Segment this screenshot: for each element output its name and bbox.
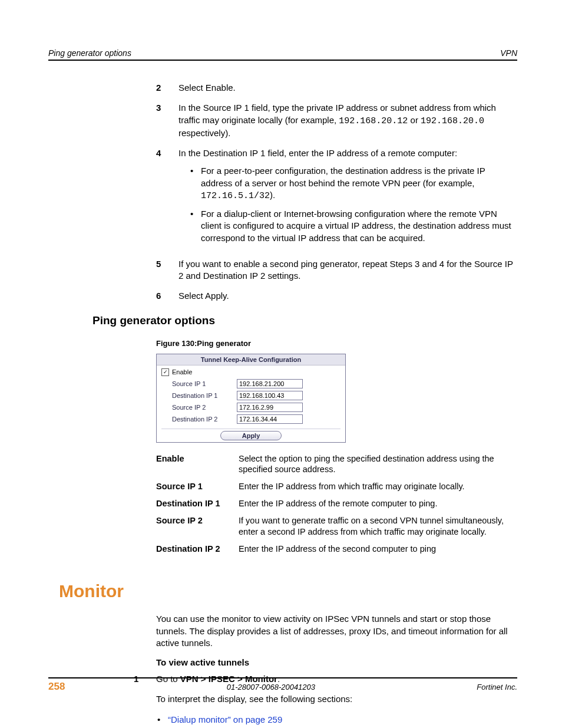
header-left: Ping generator options: [48, 48, 131, 58]
bullet-item: • For a dialup-client or Internet-browsi…: [190, 208, 517, 244]
section-heading: Ping generator options: [92, 314, 517, 327]
step-text: Select Apply.: [178, 290, 517, 302]
field-label: Destination IP 2: [172, 416, 237, 423]
monitor-block: You can use the monitor to view activity…: [156, 613, 517, 667]
text-fragment: or: [408, 115, 421, 125]
footer-doc-id: 01-28007-0068-20041203: [227, 683, 315, 691]
tunnel-config-panel: Tunnel Keep-Alive Configuration ✓ Enable…: [156, 354, 346, 443]
text-fragment: For a peer-to-peer configuration, the de…: [201, 166, 485, 187]
step-number: 3: [156, 102, 178, 139]
bullet-item: • “Dialup monitor” on page 259: [157, 714, 517, 726]
bullet-list: • For a peer-to-peer configuration, the …: [190, 165, 517, 244]
def-term: Destination IP 2: [156, 543, 239, 555]
page-number: 258: [48, 681, 65, 693]
def-row: Source IP 2 If you want to generate traf…: [156, 515, 517, 538]
def-row: Destination IP 1 Enter the IP address of…: [156, 498, 517, 509]
field-label: Source IP 2: [172, 404, 237, 411]
running-header: Ping generator options VPN: [48, 48, 517, 61]
source-ip-1-row: Source IP 1: [161, 378, 340, 390]
step-5: 5 If you want to enable a second ping ge…: [156, 258, 517, 282]
apply-button[interactable]: Apply: [220, 431, 282, 440]
figure-block: Figure 130:Ping generator Tunnel Keep-Al…: [156, 339, 517, 555]
def-term: Enable: [156, 453, 239, 476]
to-view-subhead: To view active tunnels: [156, 657, 517, 667]
step-text: In the Destination IP 1 field, enter the…: [178, 147, 517, 250]
panel-body: ✓ Enable Source IP 1 Destination IP 1 So…: [157, 365, 345, 442]
bullet-dot: •: [157, 714, 168, 726]
step-4: 4 In the Destination IP 1 field, enter t…: [156, 147, 517, 250]
code-inline: 172.16.5.1/32: [201, 191, 270, 201]
source-ip-1-input[interactable]: [237, 379, 303, 388]
bullet-dot: •: [190, 165, 201, 202]
def-row: Source IP 1 Enter the IP address from wh…: [156, 481, 517, 492]
step-text: In the Source IP 1 field, type the priva…: [178, 102, 517, 139]
enable-checkbox[interactable]: ✓: [161, 368, 169, 376]
bullet-text: For a dialup-client or Internet-browsing…: [201, 208, 517, 244]
header-right: VPN: [500, 48, 517, 58]
page: Ping generator options VPN 2 Select Enab…: [0, 0, 562, 728]
destination-ip-1-input[interactable]: [237, 391, 303, 400]
def-desc: If you want to generate traffic on a sec…: [239, 515, 517, 538]
enable-row: ✓ Enable: [161, 368, 340, 376]
step-2: 2 Select Enable.: [156, 82, 517, 94]
destination-ip-2-row: Destination IP 2: [161, 413, 340, 425]
def-desc: Enter the IP address from which traffic …: [239, 481, 517, 492]
monitor-intro: You can use the monitor to view activity…: [156, 613, 517, 649]
panel-title: Tunnel Keep-Alive Configuration: [157, 354, 345, 365]
def-term: Destination IP 1: [156, 498, 239, 509]
text-fragment: ).: [270, 190, 275, 200]
field-label: Source IP 1: [172, 380, 237, 387]
figure-caption: Figure 130:Ping generator: [156, 339, 517, 348]
apply-row: Apply: [161, 429, 340, 442]
step-number: 2: [156, 82, 178, 94]
def-desc: Select the option to ping the specified …: [239, 453, 517, 476]
def-term: Source IP 1: [156, 481, 239, 492]
bullet-dot: •: [190, 208, 201, 244]
step-number: 6: [156, 290, 178, 302]
link-list: • “Dialup monitor” on page 259 • “Static…: [157, 714, 517, 728]
enable-label: Enable: [172, 368, 192, 375]
def-row: Destination IP 2 Enter the IP address of…: [156, 543, 517, 555]
step-text: If you want to enable a second ping gene…: [178, 258, 517, 282]
def-term: Source IP 2: [156, 515, 239, 538]
step-number: 4: [156, 147, 178, 250]
code-inline: 192.168.20.0: [421, 116, 484, 126]
def-desc: Enter the IP address of the second compu…: [239, 543, 517, 555]
footer-company: Fortinet Inc.: [477, 683, 517, 691]
code-inline: 192.168.20.12: [339, 116, 408, 126]
step-6: 6 Select Apply.: [156, 290, 517, 302]
field-label: Destination IP 1: [172, 392, 237, 399]
text-fragment: In the Destination IP 1 field, enter the…: [178, 148, 457, 158]
destination-ip-1-row: Destination IP 1: [161, 390, 340, 401]
step-3: 3 In the Source IP 1 field, type the pri…: [156, 102, 517, 139]
dialup-monitor-link[interactable]: “Dialup monitor” on page 259: [168, 714, 282, 726]
def-row: Enable Select the option to ping the spe…: [156, 453, 517, 476]
content-column: 2 Select Enable. 3 In the Source IP 1 fi…: [156, 82, 517, 302]
definition-table: Enable Select the option to ping the spe…: [156, 453, 517, 555]
source-ip-2-input[interactable]: [237, 403, 303, 412]
page-footer: 258 01-28007-0068-20041203 Fortinet Inc.: [48, 677, 517, 693]
bullet-item: • For a peer-to-peer configuration, the …: [190, 165, 517, 202]
destination-ip-2-input[interactable]: [237, 414, 303, 424]
bullet-text: For a peer-to-peer configuration, the de…: [201, 165, 517, 202]
step-number: 5: [156, 258, 178, 282]
def-desc: Enter the IP address of the remote compu…: [239, 498, 517, 509]
source-ip-2-row: Source IP 2: [161, 401, 340, 413]
step-text: Select Enable.: [178, 82, 517, 94]
interpret-text: To interpret the display, see the follow…: [156, 693, 517, 705]
monitor-heading: Monitor: [59, 581, 517, 601]
text-fragment: respectively).: [178, 128, 230, 138]
